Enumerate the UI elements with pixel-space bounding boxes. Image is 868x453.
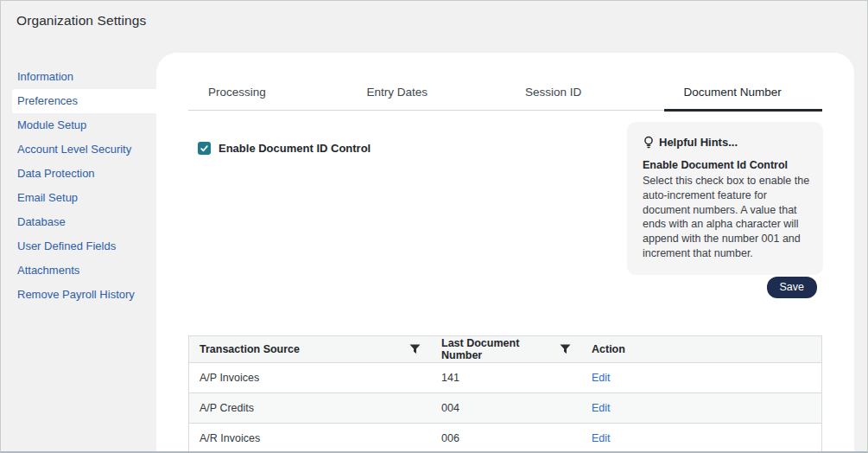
sidebar-item-module-setup[interactable]: Module Setup [2,113,156,137]
checkbox-checked[interactable] [198,142,211,155]
tab-entry-dates[interactable]: Entry Dates [347,73,506,110]
tab-label: Entry Dates [367,86,428,99]
enable-document-id-control-row[interactable]: Enable Document ID Control [198,142,371,155]
tab-processing[interactable]: Processing [188,73,347,110]
action-cell: Edit [581,424,821,453]
column-header-action: Action [581,336,821,362]
transaction-source-cell: A/P Invoices [189,363,431,392]
tab-label: Session ID [525,86,581,99]
tab-bar: Processing Entry Dates Session ID Docume… [188,73,822,111]
hints-title-row: Helpful Hints... [643,135,812,149]
filter-icon [409,344,421,354]
table-row: A/R Invoices 006 Edit [189,424,821,453]
filter-icon [560,344,571,354]
filter-button[interactable] [560,344,571,354]
edit-link[interactable]: Edit [592,372,611,384]
transaction-source-cell: A/P Credits [189,393,431,423]
column-header-transaction-source: Transaction Source [189,336,431,362]
sidebar-item-remove-payroll-history[interactable]: Remove Payroll History [2,283,156,307]
hints-title: Helpful Hints... [659,136,738,149]
sidebar-item-attachments[interactable]: Attachments [2,258,156,283]
column-header-label: Last Document Number [441,337,560,361]
tab-session-id[interactable]: Session ID [505,73,664,110]
tab-document-number[interactable]: Document Number [664,73,823,110]
sidebar-item-information[interactable]: Information [2,65,156,89]
tab-label: Document Number [684,86,782,99]
last-document-number-cell: 006 [431,424,581,453]
table-row: A/P Invoices 141 Edit [189,363,821,393]
checkbox-label: Enable Document ID Control [219,142,371,155]
sidebar: Information Preferences Module Setup Acc… [2,65,156,307]
helpful-hints-panel: Helpful Hints... Enable Document Id Cont… [627,122,823,275]
document-number-table: Transaction Source Last Document Number [188,335,822,453]
sidebar-item-user-defined-fields[interactable]: User Defined Fields [2,234,156,258]
action-cell: Edit [581,393,821,423]
last-document-number-cell: 141 [431,363,581,392]
hints-body: Select this check box to enable the auto… [643,174,812,261]
page-title: Organization Settings [16,13,146,29]
sidebar-item-email-setup[interactable]: Email Setup [2,186,156,210]
sidebar-item-preferences[interactable]: Preferences [12,89,156,113]
column-header-last-document-number: Last Document Number [431,336,581,362]
content-panel: Processing Entry Dates Session ID Docume… [156,53,854,451]
column-header-label: Action [592,343,625,355]
lightbulb-icon [643,136,655,149]
hints-subtitle: Enable Document Id Control [643,159,812,171]
action-cell: Edit [581,363,821,392]
filter-button[interactable] [409,344,421,354]
sidebar-item-data-protection[interactable]: Data Protection [2,162,156,186]
last-document-number-cell: 004 [431,393,581,423]
table-header-row: Transaction Source Last Document Number [189,336,821,363]
edit-link[interactable]: Edit [592,402,611,414]
sidebar-item-database[interactable]: Database [2,210,156,234]
organization-settings-window: Organization Settings Information Prefer… [0,0,868,453]
tab-label: Processing [208,86,266,99]
table-row: A/P Credits 004 Edit [189,393,821,424]
edit-link[interactable]: Edit [592,432,611,444]
sidebar-item-account-level-security[interactable]: Account Level Security [2,137,156,162]
column-header-label: Transaction Source [200,343,300,355]
transaction-source-cell: A/R Invoices [189,424,431,453]
save-button[interactable]: Save [767,277,818,298]
checkmark-icon [200,144,209,153]
